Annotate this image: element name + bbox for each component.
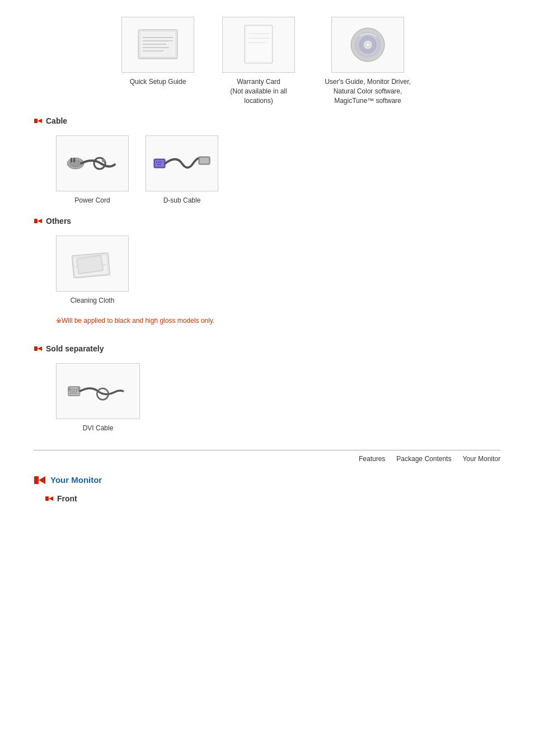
svg-point-28 [156,162,157,163]
front-section-icon [45,494,54,503]
users-guide-cd-label: User's Guide, Monitor Driver, Natural Co… [325,77,411,105]
others-section-icon [34,217,43,226]
svg-point-25 [102,159,105,162]
nav-link-your-monitor[interactable]: Your Monitor [462,455,500,463]
svg-point-50 [71,391,72,392]
your-monitor-icon [34,474,46,486]
svg-point-17 [366,43,369,46]
svg-point-46 [71,389,72,390]
sold-separately-items: DVI Cable [56,363,500,433]
svg-point-57 [76,393,77,394]
svg-point-55 [72,393,73,394]
front-sub-section: Front [45,494,500,503]
front-section-title: Front [57,494,77,503]
cleaning-cloth-image [56,236,129,292]
cleaning-cloth-label: Cleaning Cloth [71,296,115,306]
svg-point-48 [74,389,76,390]
others-section-title: Others [46,217,71,226]
svg-marker-43 [38,346,42,351]
item-cleaning-cloth: Cleaning Cloth [56,236,129,306]
svg-marker-19 [38,119,42,123]
quick-setup-guide-svg [133,25,183,64]
dsub-cable-svg [151,147,213,180]
svg-marker-36 [38,219,42,223]
cleaning-cloth-svg [67,246,118,282]
svg-rect-22 [71,158,72,162]
svg-rect-63 [45,496,49,501]
power-cord-label: Power Cord [74,196,110,205]
item-quick-setup-guide: Quick Setup Guide [121,17,194,105]
nav-link-features[interactable]: Features [359,455,385,463]
svg-rect-35 [34,219,38,223]
power-cord-image [56,135,129,191]
item-dvi-cable: DVI Cable [56,363,140,433]
users-guide-cd-svg [348,25,387,64]
svg-point-54 [71,393,72,394]
sold-separately-section-header: Sold separately [34,344,500,353]
dvi-cable-image [56,363,140,419]
svg-rect-42 [34,346,38,351]
cable-section-title: Cable [46,116,67,125]
sold-separately-section-title: Sold separately [46,344,104,353]
cleaning-cloth-note: ※Will be applied to black and high gloss… [56,317,500,325]
svg-point-49 [76,389,77,390]
svg-marker-64 [49,496,53,501]
warranty-card-label: Warranty Card (Not available in all loca… [230,77,287,105]
sold-separately-section-icon [34,344,43,353]
svg-rect-9 [246,27,271,62]
your-monitor-title: Your Monitor [50,475,102,485]
dsub-cable-label: D-sub Cable [163,196,201,205]
svg-point-32 [160,164,161,165]
cable-items: Power Cord D-sub Cable [56,135,500,205]
dvi-cable-label: DVI Cable [83,424,114,433]
others-items: Cleaning Cloth [56,236,500,306]
svg-point-30 [161,162,162,163]
svg-point-47 [72,389,73,390]
svg-rect-61 [34,476,39,484]
svg-rect-7 [139,58,177,59]
svg-rect-23 [73,158,75,162]
documentation-items: Quick Setup Guide Warranty Card (Not ava… [34,17,500,105]
cable-section-icon [34,116,43,125]
svg-rect-27 [155,160,164,167]
svg-rect-58 [68,388,70,391]
item-dsub-cable: D-sub Cable [146,135,218,205]
warranty-card-image [222,17,295,73]
svg-rect-18 [34,119,38,123]
dsub-cable-image [146,135,218,191]
svg-point-29 [158,162,160,163]
power-cord-svg [62,147,123,180]
warranty-card-svg [239,22,278,67]
cable-section-header: Cable [34,116,500,125]
nav-bar: Features Package Contents Your Monitor [34,450,500,463]
quick-setup-guide-label: Quick Setup Guide [130,77,186,87]
your-monitor-header: Your Monitor [34,474,500,486]
svg-marker-62 [39,476,45,484]
svg-point-31 [157,164,158,165]
svg-point-53 [76,391,77,392]
front-section-header: Front [45,494,500,503]
item-warranty-card: Warranty Card (Not available in all loca… [222,17,295,105]
item-power-cord: Power Cord [56,135,129,205]
svg-point-52 [74,391,76,392]
svg-point-51 [72,391,73,392]
svg-point-56 [74,393,76,394]
quick-setup-guide-image [121,17,194,73]
users-guide-cd-image [331,17,404,73]
item-users-guide-cd: User's Guide, Monitor Driver, Natural Co… [323,17,413,105]
nav-link-package-contents[interactable]: Package Contents [396,455,451,463]
svg-rect-34 [200,158,209,163]
dvi-cable-svg [67,374,129,408]
others-section-header: Others [34,217,500,226]
